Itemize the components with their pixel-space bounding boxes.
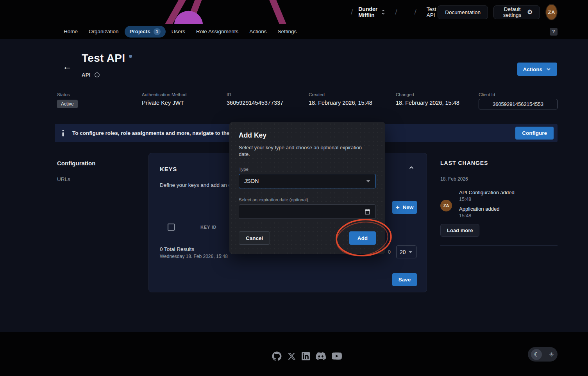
keys-description: Define your keys and add an o — [160, 182, 231, 188]
sidenav-heading: Configuration — [57, 160, 148, 167]
change-entry: API Configuration added 15:48 — [459, 190, 515, 202]
nav-item-role-assignments[interactable]: Role Assignments — [191, 26, 243, 37]
topbar-right: Documentation Default settings ⚙ ZA — [438, 4, 558, 20]
plus-icon: + — [396, 204, 400, 211]
calendar-icon[interactable] — [364, 208, 371, 215]
gear-icon: ⚙ — [527, 9, 533, 15]
last-changes-date: 18. Feb 2026 — [440, 176, 558, 182]
projects-count-badge: 1 — [154, 28, 161, 35]
user-avatar[interactable]: ZA — [545, 4, 558, 20]
modal-description: Select your key type and choose an optio… — [239, 145, 372, 158]
expiration-field-label: Select an expiration date (optional) — [239, 197, 376, 202]
page-title: Test API — [82, 52, 125, 64]
load-more-button[interactable]: Load more — [440, 224, 479, 237]
caret-down-icon — [409, 251, 412, 253]
cancel-button[interactable]: Cancel — [239, 231, 270, 245]
light-mode-icon[interactable]: ☀ — [549, 351, 554, 358]
nav-item-organization[interactable]: Organization — [84, 26, 124, 37]
social-links — [13, 351, 588, 361]
page-size-select[interactable]: 20 — [396, 245, 416, 258]
results-block: 0 Total Results Wednesday 18. Feb 2026, … — [160, 246, 228, 259]
breadcrumb-app-name: Test API — [427, 6, 438, 18]
keys-title: KEYS — [160, 166, 177, 172]
info-circle-icon[interactable] — [94, 72, 100, 78]
modal-title: Add Key — [239, 131, 376, 140]
type-field-label: Type — [239, 167, 376, 172]
page-subtitle-row: API — [82, 72, 100, 78]
help-button[interactable]: ? — [550, 28, 558, 36]
footer: ☾ ☀ — [0, 332, 588, 376]
key-type-select[interactable]: JSON — [239, 174, 376, 188]
meta-status: Status Active — [57, 92, 142, 109]
org-name: Dunder Mifflin — [358, 6, 377, 18]
org-switcher[interactable]: Dunder Mifflin — [358, 6, 386, 18]
discord-icon[interactable] — [316, 351, 326, 361]
meta-client-id: Client Id 360592914562154553 — [479, 92, 558, 109]
expiration-date-field — [239, 204, 376, 219]
last-changes-entries: ZA API Configuration added 15:48 Applica… — [440, 190, 558, 218]
app-type-label: API — [82, 72, 91, 78]
meta-changed: Changed 18. February 2026, 15:48 — [396, 92, 479, 109]
nav-item-users[interactable]: Users — [166, 26, 190, 37]
expiration-date-input[interactable] — [244, 208, 364, 215]
configure-button[interactable]: Configure — [515, 127, 554, 140]
nav-item-home[interactable]: Home — [59, 26, 83, 37]
section-sidenav: Configuration URLs — [57, 153, 148, 292]
add-button[interactable]: Add — [349, 231, 376, 245]
divider — [440, 245, 558, 246]
change-entry: Application added 15:48 — [459, 206, 515, 218]
actions-button[interactable]: Actions — [517, 63, 557, 76]
meta-created: Created 18. February 2026, 15:48 — [309, 92, 396, 109]
nav-item-projects[interactable]: Projects 1 — [125, 26, 166, 38]
caret-down-icon — [366, 180, 370, 183]
meta-row: Status Active Authentication Method Priv… — [57, 92, 558, 109]
total-results: 0 Total Results — [160, 246, 228, 252]
banner-text: To configure roles, role assignments and… — [72, 130, 239, 136]
theme-toggle: ☾ ☀ — [528, 347, 558, 362]
documentation-button[interactable]: Documentation — [438, 5, 488, 19]
documentation-label: Documentation — [445, 9, 481, 15]
linkedin-icon[interactable] — [302, 352, 310, 360]
nav-item-settings[interactable]: Settings — [272, 26, 302, 37]
breadcrumb-separator: / — [351, 8, 353, 16]
github-icon[interactable] — [272, 351, 282, 361]
results-timestamp: Wednesday 18. Feb 2026, 15:48 — [160, 254, 228, 259]
topbar: / Dunder Mifflin / / Test API Documentat… — [0, 0, 588, 24]
column-key-id: KEY ID — [200, 225, 216, 229]
collapse-icon[interactable] — [408, 164, 415, 172]
save-button[interactable]: Save — [392, 273, 417, 286]
nav-item-actions[interactable]: Actions — [244, 26, 272, 37]
dark-mode-icon[interactable]: ☾ — [531, 349, 542, 360]
default-settings-label: Default settings — [501, 6, 524, 18]
last-changes-title: LAST CHANGES — [440, 160, 558, 166]
main-nav: Home Organization Projects 1 Users Role … — [0, 24, 588, 39]
new-key-button[interactable]: + New — [392, 201, 417, 214]
info-icon — [62, 130, 64, 136]
sidenav-item-urls[interactable]: URLs — [57, 176, 148, 182]
page-title-row: Test API — [82, 52, 132, 64]
breadcrumb-separator: / — [415, 8, 416, 16]
youtube-icon[interactable] — [332, 351, 342, 361]
add-key-modal: Add Key Select your key type and choose … — [229, 122, 385, 254]
state-dot-icon — [129, 55, 132, 58]
chevron-down-icon — [545, 66, 552, 72]
select-all-checkbox[interactable] — [168, 224, 175, 231]
modal-actions: Cancel Add — [239, 231, 376, 245]
app-root: / Dunder Mifflin / / Test API Documentat… — [0, 0, 588, 376]
x-icon[interactable] — [288, 352, 296, 360]
breadcrumb-separator: / — [395, 8, 397, 16]
back-button[interactable]: ← — [63, 62, 72, 71]
last-changes-panel: LAST CHANGES 18. Feb 2026 ZA API Configu… — [440, 153, 558, 292]
meta-id: ID 360592914545377337 — [227, 92, 309, 109]
pagination-info: 0 — [388, 249, 391, 255]
client-id-value[interactable]: 360592914562154553 — [479, 99, 558, 109]
status-badge: Active — [57, 100, 78, 108]
avatar: ZA — [440, 200, 452, 211]
pagination: 0 20 — [388, 245, 416, 258]
meta-auth-method: Authentication Method Private Key JWT — [142, 92, 227, 109]
unfold-icon — [380, 9, 386, 15]
default-settings-button[interactable]: Default settings ⚙ — [493, 5, 540, 19]
